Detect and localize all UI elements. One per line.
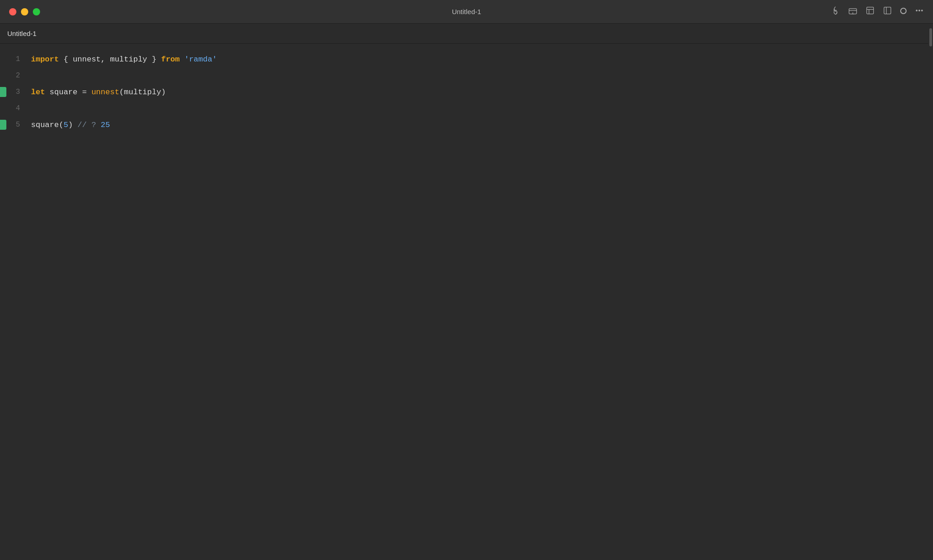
line-number-row-3: 3 — [0, 84, 24, 100]
punctuation-1: { — [59, 55, 73, 64]
punctuation-4 — [180, 55, 185, 64]
line-number-row-2: 2 — [0, 67, 24, 84]
identifier-multiply-arg: multiply — [124, 88, 161, 97]
editor-area: 1 2 3 4 5 import { unnest, multiply } fr… — [0, 44, 933, 560]
punctuation-8: ( — [59, 121, 63, 129]
punctuation-9: ) — [68, 121, 77, 129]
more-options-icon[interactable] — [915, 6, 924, 17]
line-number-row-5: 5 — [0, 117, 24, 133]
maximize-button[interactable] — [33, 8, 40, 15]
code-line-4 — [31, 100, 933, 117]
sidebar-icon[interactable] — [883, 6, 892, 17]
number-5: 5 — [63, 121, 68, 129]
func-call-square: square — [31, 121, 59, 129]
line-number-2: 2 — [15, 71, 20, 80]
punctuation-6: ( — [119, 88, 124, 97]
line-number-row-4: 4 — [0, 100, 24, 117]
scrollbar-thumb[interactable] — [929, 28, 932, 46]
svg-rect-1 — [867, 7, 874, 14]
string-ramda: 'ramda' — [185, 55, 217, 64]
code-line-3: let square = unnest(multiply) — [31, 84, 933, 100]
func-unnest: unnest — [92, 88, 119, 97]
title-bar: Untitled-1 — [0, 0, 933, 24]
punctuation-3: } — [147, 55, 161, 64]
toolbar-right — [831, 6, 924, 17]
svg-rect-2 — [884, 7, 891, 14]
line-number-5: 5 — [15, 121, 20, 129]
punctuation-2: , — [101, 55, 110, 64]
broadcast-icon[interactable] — [848, 6, 857, 17]
keyword-import: import — [31, 55, 59, 64]
punctuation-5: square = — [45, 88, 92, 97]
code-line-2 — [31, 67, 933, 84]
line-number-4: 4 — [15, 104, 20, 112]
identifier-multiply: multiply — [110, 55, 147, 64]
code-editor[interactable]: import { unnest, multiply } from 'ramda'… — [27, 51, 933, 560]
keyword-from: from — [161, 55, 180, 64]
tab-bar: Untitled-1 — [0, 24, 933, 44]
line-number-row-1: 1 — [0, 51, 24, 67]
result-25: 25 — [101, 121, 110, 129]
identifier-unnest: unnest — [73, 55, 101, 64]
status-circle-icon[interactable] — [900, 7, 907, 16]
breakpoint-5[interactable] — [0, 120, 6, 130]
svg-point-5 — [922, 10, 923, 11]
comment-question: // ? — [77, 121, 101, 129]
traffic-lights — [9, 8, 40, 15]
flame-icon[interactable] — [831, 6, 840, 17]
code-line-5: square(5) // ? 25 — [31, 117, 933, 133]
close-button[interactable] — [9, 8, 16, 15]
line-gutter: 1 2 3 4 5 — [0, 51, 27, 560]
line-number-1: 1 — [15, 55, 20, 63]
tab-label[interactable]: Untitled-1 — [7, 30, 36, 37]
scrollbar-track — [928, 24, 933, 560]
window-title: Untitled-1 — [452, 8, 481, 15]
line-number-3: 3 — [15, 88, 20, 96]
panel-layout-icon[interactable] — [866, 6, 875, 17]
minimize-button[interactable] — [21, 8, 28, 15]
punctuation-7: ) — [161, 88, 166, 97]
svg-point-3 — [916, 10, 918, 11]
svg-point-4 — [919, 10, 920, 11]
code-line-1: import { unnest, multiply } from 'ramda' — [31, 51, 933, 67]
breakpoint-3[interactable] — [0, 87, 6, 97]
keyword-let: let — [31, 88, 45, 97]
